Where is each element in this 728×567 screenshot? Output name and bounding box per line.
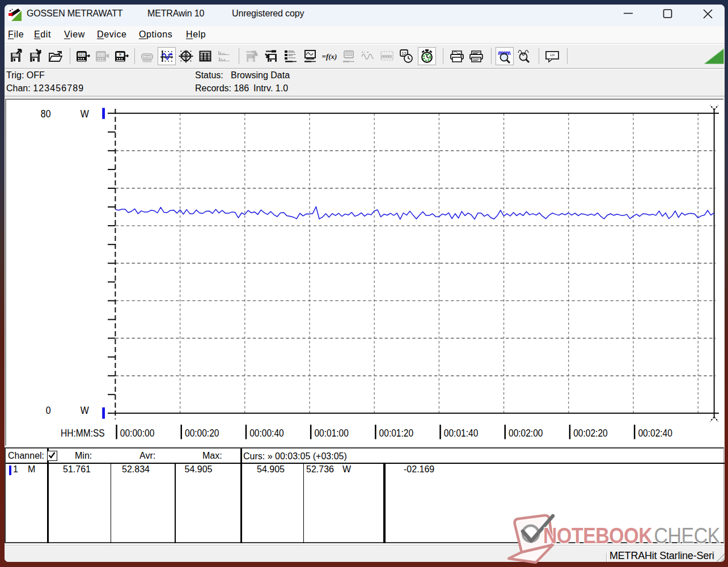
svg-text:CHECK: CHECK	[654, 523, 721, 548]
svg-text:00:00:00: 00:00:00	[120, 428, 154, 439]
svg-text:00:02:20: 00:02:20	[573, 428, 607, 439]
svg-text:00:02:00: 00:02:00	[509, 428, 543, 439]
svg-text:00:02:40: 00:02:40	[638, 428, 672, 439]
svg-text:00:01:00: 00:01:00	[314, 428, 348, 439]
svg-text:00:00:20: 00:00:20	[185, 428, 219, 439]
svg-text:00:00:40: 00:00:40	[249, 428, 283, 439]
svg-text:NOTEBOOK: NOTEBOOK	[543, 523, 652, 548]
svg-text:80: 80	[41, 108, 51, 120]
svg-text:0: 0	[46, 404, 51, 416]
svg-text:W: W	[81, 404, 89, 416]
svg-text:00:01:40: 00:01:40	[444, 428, 478, 439]
svg-text:W: W	[81, 107, 89, 120]
svg-text:HH:MM:SS: HH:MM:SS	[61, 428, 105, 439]
svg-text:00:01:20: 00:01:20	[379, 428, 413, 439]
